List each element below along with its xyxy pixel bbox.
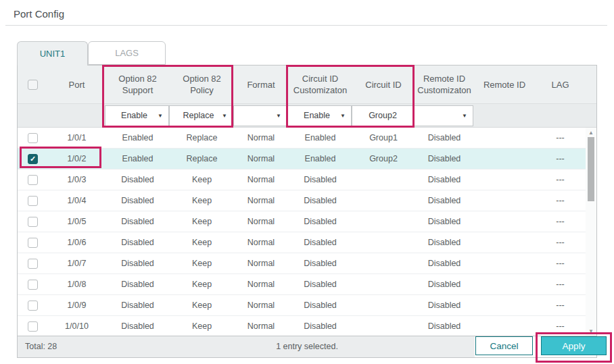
cell-option82-support: Disabled xyxy=(105,259,170,268)
row-checkbox[interactable] xyxy=(28,259,38,269)
cell-option82-policy: Keep xyxy=(170,280,234,289)
row-checkbox[interactable] xyxy=(28,217,38,227)
bulk-edit-row: Enable ▼ Replace ▼ ▼ Enable ▼ xyxy=(18,103,596,128)
cell-remote-id-customization: Disabled xyxy=(415,217,474,226)
chevron-down-icon: ▼ xyxy=(158,113,168,119)
cell-remote-id-customization: Disabled xyxy=(415,133,474,142)
cell-port: 1/0/6 xyxy=(48,238,105,247)
column-header-port: Port xyxy=(48,79,105,90)
column-header-circuit-id: Circuit ID xyxy=(352,79,415,90)
cell-port: 1/0/8 xyxy=(48,280,105,289)
filter-select-spacer xyxy=(18,103,48,128)
cell-circuit-id-customization: Disabled xyxy=(288,217,352,226)
column-header-circuit-id-customization: Circuit ID Customizaton xyxy=(288,73,352,96)
row-checkbox[interactable] xyxy=(28,196,38,206)
row-checkbox[interactable] xyxy=(28,238,38,248)
cell-remote-id-customization: Disabled xyxy=(415,321,474,331)
cell-port: 1/0/9 xyxy=(48,301,105,310)
row-checkbox[interactable] xyxy=(28,154,38,164)
table-row[interactable]: 1/0/4 Disabled Keep Normal Disabled Disa… xyxy=(18,190,586,211)
table-row[interactable]: 1/0/5 Disabled Keep Normal Disabled Disa… xyxy=(18,211,586,232)
circuit-id-input[interactable]: Group2 xyxy=(352,105,414,126)
cell-option82-policy: Replace xyxy=(170,133,234,142)
cell-remote-id-customization: Disabled xyxy=(415,196,474,205)
cell-lag: --- xyxy=(535,238,586,247)
table-row[interactable]: 1/0/10 Disabled Keep Normal Disabled Dis… xyxy=(18,316,586,337)
cell-option82-support: Disabled xyxy=(105,301,170,310)
apply-button[interactable]: Apply xyxy=(541,336,607,355)
format-select[interactable]: ▼ xyxy=(233,105,287,126)
cell-format: Normal xyxy=(234,259,288,268)
cell-lag: --- xyxy=(535,259,586,268)
cell-remote-id-customization: Disabled xyxy=(415,154,474,163)
cell-circuit-id-customization: Disabled xyxy=(288,321,352,331)
cell-port: 1/0/10 xyxy=(48,321,105,331)
circuit-id-customization-select[interactable]: Enable ▼ xyxy=(287,105,352,126)
scroll-up-icon[interactable]: ▲ xyxy=(586,129,596,137)
cell-port: 1/0/3 xyxy=(48,175,105,184)
row-checkbox[interactable] xyxy=(28,280,38,290)
cell-lag: --- xyxy=(535,133,586,142)
row-checkbox[interactable] xyxy=(28,301,38,311)
cancel-button[interactable]: Cancel xyxy=(475,336,533,355)
table-row[interactable]: 1/0/3 Disabled Keep Normal Disabled Disa… xyxy=(18,170,586,190)
cell-lag: --- xyxy=(535,280,586,289)
row-checkbox[interactable] xyxy=(28,321,38,332)
title-divider xyxy=(5,25,607,26)
filter-remote-id-spacer xyxy=(474,103,535,128)
cell-circuit-id: Group1 xyxy=(352,133,415,142)
cell-option82-policy: Replace xyxy=(170,154,234,163)
scroll-down-icon[interactable]: ▼ xyxy=(586,328,596,336)
table-header-row: Port Option 82 Support Option 82 Policy … xyxy=(18,66,596,103)
cell-remote-id-customization: Disabled xyxy=(415,280,474,289)
column-header-option82-support: Option 82 Support xyxy=(105,73,170,96)
option82-policy-select[interactable]: Replace ▼ xyxy=(169,105,233,126)
cell-port: 1/0/5 xyxy=(48,217,105,226)
cell-circuit-id: Group2 xyxy=(352,154,415,163)
cell-option82-policy: Keep xyxy=(170,321,234,331)
cell-port: 1/0/7 xyxy=(48,259,105,268)
table-row[interactable]: 1/0/1 Enabled Replace Normal Enabled Gro… xyxy=(18,128,586,149)
cell-circuit-id-customization: Disabled xyxy=(288,259,352,268)
chevron-down-icon: ▼ xyxy=(462,113,473,119)
cell-option82-policy: Keep xyxy=(170,301,234,310)
cell-format: Normal xyxy=(234,196,288,205)
cell-option82-support: Enabled xyxy=(105,133,170,142)
select-all-checkbox[interactable] xyxy=(28,80,38,90)
cell-lag: --- xyxy=(535,321,586,331)
cell-circuit-id-customization: Enabled xyxy=(288,133,352,142)
chevron-down-icon: ▼ xyxy=(340,113,351,119)
cell-circuit-id-customization: Disabled xyxy=(288,238,352,247)
cell-lag: --- xyxy=(535,217,586,226)
cell-port: 1/0/2 xyxy=(48,154,105,163)
row-checkbox[interactable] xyxy=(28,133,38,143)
cell-lag: --- xyxy=(535,196,586,205)
scrollbar-thumb[interactable] xyxy=(588,137,594,201)
cell-port: 1/0/4 xyxy=(48,196,105,205)
table-row[interactable]: 1/0/7 Disabled Keep Normal Disabled Disa… xyxy=(18,253,586,274)
chevron-down-icon: ▼ xyxy=(222,113,233,119)
table-row[interactable]: 1/0/9 Disabled Keep Normal Disabled Disa… xyxy=(18,295,586,316)
vertical-scrollbar[interactable]: ▲ ▼ xyxy=(586,128,596,337)
table-body: ▲ ▼ 1/0/1 Enabled Replace Normal Enabled… xyxy=(18,128,596,337)
table-row[interactable]: 1/0/6 Disabled Keep Normal Disabled Disa… xyxy=(18,232,586,253)
cell-option82-policy: Keep xyxy=(170,238,234,247)
cell-option82-support: Enabled xyxy=(105,154,170,163)
cell-lag: --- xyxy=(535,301,586,310)
cell-option82-support: Disabled xyxy=(105,238,170,247)
table-row[interactable]: 1/0/8 Disabled Keep Normal Disabled Disa… xyxy=(18,274,586,295)
cell-circuit-id-customization: Disabled xyxy=(288,280,352,289)
tab-unit1[interactable]: UNIT1 xyxy=(17,41,88,66)
remote-id-customization-select[interactable]: ▼ xyxy=(414,105,473,126)
column-header-remote-id: Remote ID xyxy=(474,79,535,90)
cell-remote-id-customization: Disabled xyxy=(415,175,474,184)
chevron-down-icon: ▼ xyxy=(276,113,287,119)
table-row[interactable]: 1/0/2 Enabled Replace Normal Enabled Gro… xyxy=(18,149,586,170)
total-count-label: Total: 28 xyxy=(25,342,57,351)
cell-circuit-id-customization: Disabled xyxy=(288,175,352,184)
tab-lags[interactable]: LAGS xyxy=(88,41,166,65)
cell-option82-policy: Keep xyxy=(170,259,234,268)
footer-bar xyxy=(18,336,475,357)
option82-support-select[interactable]: Enable ▼ xyxy=(105,105,169,126)
row-checkbox[interactable] xyxy=(28,175,38,185)
